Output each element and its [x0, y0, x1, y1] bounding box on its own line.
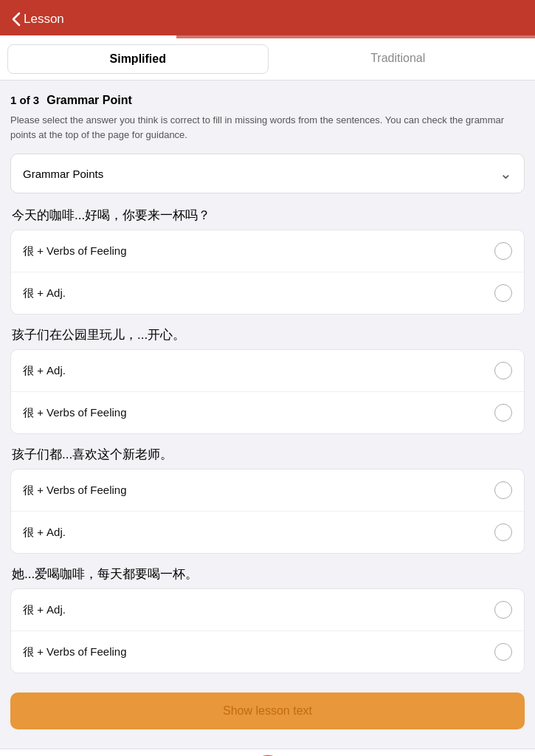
option-q1a[interactable]: 很 + Verbs of Feeling [11, 230, 524, 272]
option-text-q3b: 很 + Adj. [23, 526, 66, 540]
progress-bar [0, 35, 535, 38]
option-text-q1b: 很 + Adj. [23, 286, 66, 300]
option-q2a[interactable]: 很 + Adj. [11, 350, 524, 392]
option-q1b[interactable]: 很 + Adj. [11, 272, 524, 314]
option-q4a[interactable]: 很 + Adj. [11, 589, 524, 631]
question-text-3: 孩子们都...喜欢这个新老师。 [10, 446, 525, 463]
question-text-1: 今天的咖啡...好喝，你要来一杯吗？ [10, 207, 525, 224]
option-text-q2a: 很 + Adj. [23, 364, 66, 378]
question-header: 1 of 3 Grammar Point [10, 94, 525, 107]
question-text-4: 她...爱喝咖啡，每天都要喝一杯。 [10, 566, 525, 583]
radio-q3a[interactable] [494, 481, 512, 499]
show-lesson-button[interactable]: Show lesson text [10, 693, 525, 729]
options-container-1: 很 + Verbs of Feeling 很 + Adj. [10, 230, 525, 315]
question-block-2: 孩子们在公园里玩儿，...开心。 很 + Adj. 很 + Verbs of F… [10, 326, 525, 434]
radio-q2b[interactable] [494, 404, 512, 422]
progress-fill [0, 35, 176, 38]
question-counter: 1 of 3 [10, 94, 39, 106]
option-q2b[interactable]: 很 + Verbs of Feeling [11, 392, 524, 433]
radio-q2a[interactable] [494, 362, 512, 379]
radio-q1b[interactable] [494, 284, 512, 302]
tab-traditional[interactable]: Traditional [269, 44, 528, 74]
options-container-3: 很 + Verbs of Feeling 很 + Adj. [10, 469, 525, 554]
option-text-q1a: 很 + Verbs of Feeling [23, 244, 127, 258]
option-text-q4a: 很 + Adj. [23, 603, 66, 617]
option-text-q2b: 很 + Verbs of Feeling [23, 406, 127, 420]
radio-q4b[interactable] [494, 643, 512, 661]
chevron-down-icon: ⌄ [500, 165, 512, 182]
footer: 00:06 Skip [0, 749, 535, 756]
question-block-4: 她...爱喝咖啡，每天都要喝一杯。 很 + Adj. 很 + Verbs of … [10, 566, 525, 673]
radio-q4a[interactable] [494, 601, 512, 619]
question-title: Grammar Point [46, 94, 132, 107]
option-q3b[interactable]: 很 + Adj. [11, 512, 524, 553]
radio-q3b[interactable] [494, 523, 512, 541]
question-block-3: 孩子们都...喜欢这个新老师。 很 + Verbs of Feeling 很 +… [10, 446, 525, 554]
tab-simplified[interactable]: Simplified [7, 44, 269, 74]
radio-q1a[interactable] [494, 242, 512, 260]
tab-bar: Simplified Traditional [0, 38, 535, 80]
back-button[interactable]: Lesson [12, 12, 64, 27]
question-text-2: 孩子们在公园里玩儿，...开心。 [10, 326, 525, 343]
main-content: 1 of 3 Grammar Point Please select the a… [0, 80, 535, 749]
option-q4b[interactable]: 很 + Verbs of Feeling [11, 631, 524, 673]
grammar-dropdown-label: Grammar Points [23, 168, 103, 180]
option-q3a[interactable]: 很 + Verbs of Feeling [11, 470, 524, 512]
question-description: Please select the answer you think is co… [10, 113, 525, 142]
header: Lesson [0, 0, 535, 38]
back-label: Lesson [24, 12, 64, 27]
grammar-dropdown[interactable]: Grammar Points ⌄ [10, 154, 525, 193]
question-block-1: 今天的咖啡...好喝，你要来一杯吗？ 很 + Verbs of Feeling … [10, 207, 525, 315]
options-container-4: 很 + Adj. 很 + Verbs of Feeling [10, 588, 525, 673]
options-container-2: 很 + Adj. 很 + Verbs of Feeling [10, 349, 525, 434]
option-text-q3a: 很 + Verbs of Feeling [23, 484, 127, 498]
option-text-q4b: 很 + Verbs of Feeling [23, 645, 127, 659]
